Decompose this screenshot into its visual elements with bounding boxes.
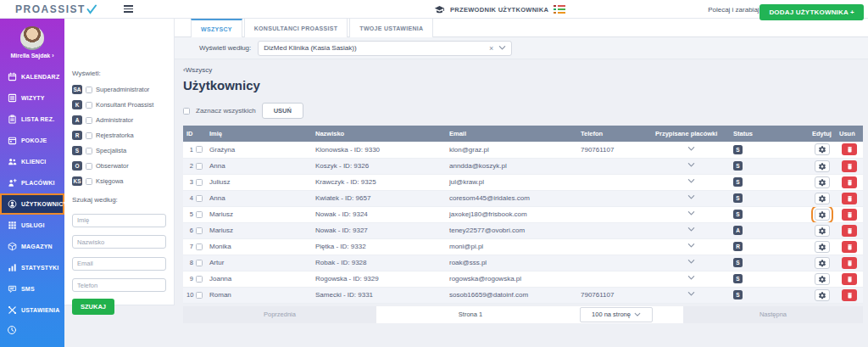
- breadcrumb[interactable]: ‹Wszyscy: [183, 66, 863, 74]
- role-filter-ksiegowa[interactable]: KS Księgowa: [72, 176, 166, 186]
- delete-button[interactable]: [842, 257, 857, 269]
- email-field[interactable]: [72, 257, 166, 271]
- bulk-delete-button[interactable]: USUŃ: [262, 103, 303, 119]
- edit-button[interactable]: [815, 225, 830, 237]
- visits-list-icon: [7, 93, 17, 104]
- delete-button[interactable]: [842, 209, 857, 221]
- sidebar-item-placowki[interactable]: PLACÓWKI: [0, 172, 64, 193]
- row-checkbox[interactable]: [196, 211, 203, 218]
- sidebar-item-uzytkownicy[interactable]: UŻYTKOWNICY: [0, 193, 64, 215]
- edit-button[interactable]: [815, 289, 830, 301]
- delete-button[interactable]: [842, 160, 857, 172]
- role-checkbox[interactable]: [86, 148, 92, 154]
- cell-phone: 790761107: [577, 142, 652, 158]
- delete-button[interactable]: [842, 193, 857, 204]
- tab-twoje-ustawienia[interactable]: TWOJE USTAWIENIA: [349, 19, 433, 37]
- last-name-field[interactable]: [72, 235, 166, 249]
- delete-button[interactable]: [842, 143, 857, 155]
- proassist-logo[interactable]: PROASSIST: [15, 3, 97, 15]
- sidebar-item-label: WIZYTY: [21, 95, 45, 101]
- first-name-field[interactable]: [72, 214, 166, 227]
- edit-button[interactable]: [815, 143, 830, 155]
- sidebar-item-lista-rez[interactable]: LISTA REZ.: [0, 109, 64, 130]
- sidebar-item-magazyn[interactable]: MAGAZYN: [0, 236, 64, 257]
- sidebar-item-sms[interactable]: SMS: [0, 278, 64, 299]
- profile-block[interactable]: Mirella Sajdak ›: [0, 19, 64, 66]
- delete-button[interactable]: [842, 225, 857, 237]
- role-checkbox[interactable]: [86, 87, 92, 93]
- per-page-value: 100 na stronę: [592, 311, 631, 318]
- role-filter-obserwator[interactable]: O Obserwator: [72, 161, 166, 171]
- delete-button[interactable]: [842, 273, 857, 285]
- edit-button[interactable]: [815, 193, 830, 204]
- facility-select[interactable]: DizMed Klinika (Kasia Sasiak)) ×: [258, 41, 512, 56]
- edit-button[interactable]: [815, 257, 830, 269]
- sidebar-item-pokoje[interactable]: POKOJE: [0, 130, 64, 151]
- edit-button[interactable]: [815, 273, 830, 285]
- row-checkbox[interactable]: [196, 179, 203, 186]
- chevron-down-icon[interactable]: [687, 258, 695, 266]
- row-checkbox[interactable]: [196, 227, 203, 234]
- cell-first-name: Joanna: [206, 271, 312, 287]
- tab-wszyscy[interactable]: WSZYSCY: [191, 19, 242, 37]
- row-checkbox[interactable]: [196, 292, 203, 299]
- chevron-down-icon[interactable]: [687, 161, 695, 169]
- user-guide[interactable]: PRZEWODNIK UŻYTKOWNIKA: [434, 0, 565, 19]
- tab-konsultanci-proassist[interactable]: KONSULTANCI PROASSIST: [244, 19, 348, 37]
- sidebar-item-kalendarz[interactable]: KALENDARZ: [0, 66, 64, 87]
- chevron-down-icon[interactable]: [687, 226, 695, 233]
- clear-selection-icon[interactable]: ×: [489, 44, 493, 53]
- delete-button[interactable]: [842, 289, 857, 301]
- chevron-down-icon[interactable]: [687, 193, 695, 201]
- sidebar-item-ustawienia[interactable]: USTAWIENIA: [0, 299, 64, 321]
- role-checkbox[interactable]: [86, 132, 92, 139]
- edit-button-highlighted[interactable]: [815, 209, 830, 221]
- edit-button[interactable]: [815, 176, 830, 188]
- role-filter-rejestratorka[interactable]: R Rejestratorka: [72, 131, 166, 140]
- chevron-down-icon[interactable]: [687, 290, 695, 298]
- add-user-button[interactable]: DODAJ UŻYTKOWNIKA +: [760, 4, 864, 20]
- row-checkbox[interactable]: [196, 243, 203, 250]
- role-checkbox[interactable]: [86, 163, 92, 170]
- chevron-down-icon[interactable]: [687, 145, 695, 153]
- sidebar: Mirella Sajdak › KALENDARZ WIZYTY LISTA …: [0, 19, 64, 347]
- role-checkbox[interactable]: [86, 117, 92, 124]
- row-checkbox[interactable]: [196, 146, 203, 153]
- chevron-down-icon[interactable]: [498, 44, 506, 52]
- edit-button[interactable]: [815, 241, 830, 253]
- row-checkbox[interactable]: [196, 195, 203, 202]
- per-page-select[interactable]: 100 na stronę: [580, 307, 653, 322]
- search-button[interactable]: SZUKAJ: [72, 299, 114, 315]
- sidebar-item-klienci[interactable]: KLIENCI: [0, 151, 64, 172]
- edit-button[interactable]: [815, 160, 830, 172]
- sidebar-item-uslugi[interactable]: USŁUGI: [0, 215, 64, 236]
- role-checkbox[interactable]: [86, 102, 92, 109]
- history-clock-icon[interactable]: [0, 321, 64, 339]
- sidebar-item-wizyty[interactable]: WIZYTY: [0, 87, 64, 109]
- status-badge: S: [733, 290, 743, 299]
- row-checkbox[interactable]: [196, 260, 203, 266]
- chevron-down-icon[interactable]: [687, 274, 695, 282]
- pagination-previous[interactable]: Poprzednia: [183, 306, 376, 323]
- role-filter-specjalista[interactable]: S Specjalista: [72, 146, 166, 155]
- role-checkbox[interactable]: [86, 178, 92, 185]
- delete-button[interactable]: [842, 176, 857, 188]
- chevron-down-icon[interactable]: [687, 210, 695, 217]
- users-icon: [7, 199, 17, 210]
- sidebar-item-statystyki[interactable]: STATYSTYKI: [0, 257, 64, 278]
- delete-button[interactable]: [842, 241, 857, 253]
- select-all-label: Zaznacz wszystkich: [196, 107, 256, 115]
- chevron-down-icon[interactable]: [687, 242, 695, 249]
- row-checkbox[interactable]: [196, 163, 203, 170]
- logo-check-icon: [86, 4, 97, 14]
- row-id: 8: [186, 259, 193, 266]
- pagination-next[interactable]: Następna: [683, 306, 863, 323]
- select-all-checkbox[interactable]: [183, 108, 190, 115]
- hamburger-menu-icon[interactable]: [124, 5, 133, 13]
- row-checkbox[interactable]: [196, 276, 203, 283]
- role-filter-konsultant-proassist[interactable]: K Konsultant Proassist: [72, 100, 166, 109]
- chevron-down-icon[interactable]: [687, 177, 695, 185]
- role-filter-administrator[interactable]: A Administrator: [72, 115, 166, 125]
- phone-field[interactable]: [72, 278, 166, 292]
- role-filter-superadministrator[interactable]: SA Superadministrator: [72, 85, 166, 94]
